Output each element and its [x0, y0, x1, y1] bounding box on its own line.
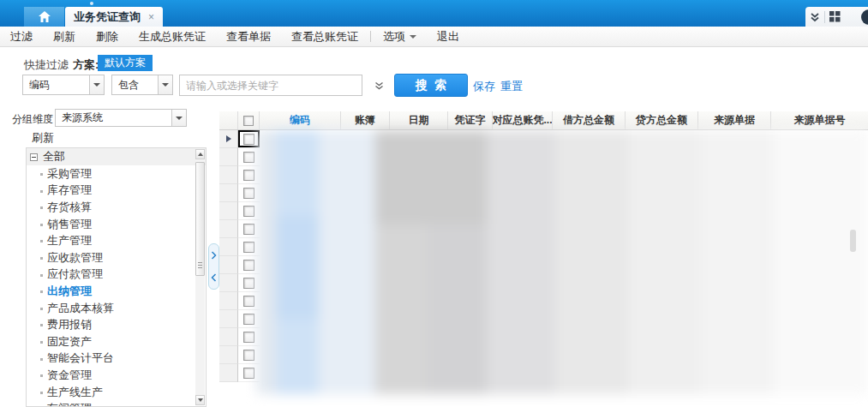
- toolbar-options-label: 选项: [383, 30, 405, 43]
- row-marker-cell[interactable]: [219, 346, 238, 364]
- reset-link[interactable]: 重置: [500, 79, 523, 94]
- select-all-checkbox[interactable]: [243, 116, 254, 126]
- tree-scrollbar[interactable]: [195, 149, 205, 405]
- toolbar-delete[interactable]: 删除: [86, 29, 129, 45]
- tree-item-smart-accounting[interactable]: 智能会计平台: [27, 350, 206, 368]
- row-marker-cell[interactable]: [219, 130, 238, 148]
- collapse-minus-icon[interactable]: [30, 153, 38, 161]
- collapse-double-chevron-icon[interactable]: [805, 7, 824, 27]
- toolbar-view-document[interactable]: 查看单据: [216, 29, 281, 45]
- home-icon: [39, 11, 51, 22]
- triangle-up-icon: [198, 153, 203, 156]
- chevron-down-icon: [176, 117, 183, 120]
- row-marker-cell[interactable]: [219, 238, 238, 256]
- row-marker-cell[interactable]: [219, 184, 238, 202]
- save-link[interactable]: 保存: [473, 79, 495, 94]
- col-header-source-doc-no[interactable]: 来源单据号: [771, 111, 868, 129]
- field-select-dropdown-button[interactable]: [89, 75, 104, 94]
- col-header-credit-total[interactable]: 贷方总金额: [626, 111, 698, 129]
- toolbar-refresh[interactable]: 刷新: [43, 29, 86, 45]
- row-marker-cell[interactable]: [219, 292, 238, 310]
- toolbar-options-menu[interactable]: 选项: [373, 29, 427, 45]
- tree-item-product-cost[interactable]: 产品成本核算: [27, 300, 206, 317]
- row-marker-cell[interactable]: [219, 310, 238, 328]
- col-header-code[interactable]: 编码: [260, 111, 341, 129]
- keyword-input[interactable]: [179, 75, 362, 96]
- col-header-ledger[interactable]: 账簿: [341, 111, 390, 129]
- tree-refresh-link[interactable]: 刷新: [32, 130, 54, 146]
- select-all-header[interactable]: [238, 111, 260, 129]
- tab-business-voucher-query[interactable]: 业务凭证查询 ×: [65, 7, 163, 27]
- toolbar-exit[interactable]: 退出: [427, 29, 470, 45]
- tree-item-expense[interactable]: 费用报销: [27, 316, 206, 333]
- tab-title: 业务凭证查询: [74, 9, 141, 25]
- tree-item-payables[interactable]: 应付款管理: [27, 266, 206, 284]
- col-header-debit-total[interactable]: 借方总金额: [553, 111, 626, 129]
- grid-body: [219, 130, 868, 382]
- chevron-left-icon[interactable]: [211, 273, 217, 282]
- operator-select-value: 包含: [112, 78, 158, 93]
- topbar-right-tools: [805, 7, 868, 27]
- panel-splitter[interactable]: [208, 243, 219, 290]
- group-dimension-value: 来源系统: [56, 111, 171, 125]
- chevron-down-icon: [93, 83, 100, 87]
- vertical-scrollbar-thumb[interactable]: [850, 230, 856, 252]
- user-circle-icon[interactable]: [861, 9, 868, 25]
- group-dimension-label: 分组维度: [12, 112, 53, 127]
- group-dimension-select[interactable]: 来源系统: [55, 109, 187, 127]
- toolbar-generate-gl-voucher[interactable]: 生成总账凭证: [129, 29, 216, 45]
- search-button[interactable]: 搜索: [394, 74, 468, 97]
- current-row-arrow-icon: [226, 135, 231, 142]
- tree-item-fixed-assets[interactable]: 固定资产: [27, 333, 206, 350]
- row-marker-cell[interactable]: [219, 364, 238, 382]
- operator-select[interactable]: 包含: [111, 75, 173, 95]
- scroll-up-button[interactable]: [195, 149, 205, 159]
- row-marker-cell[interactable]: [219, 328, 238, 346]
- tree-item-cashier[interactable]: 出纳管理: [27, 283, 206, 300]
- tree-item-production-line[interactable]: 生产线生产: [27, 384, 206, 401]
- home-tab[interactable]: [24, 7, 64, 27]
- quick-filter-label: 快捷过滤: [24, 57, 69, 73]
- action-toolbar: 过滤 刷新 删除 生成总账凭证 查看单据 查看总账凭证 选项 退出: [0, 27, 868, 47]
- row-marker-cell[interactable]: [219, 148, 238, 166]
- tab-close-icon[interactable]: ×: [148, 12, 154, 22]
- row-marker-cell[interactable]: [219, 256, 238, 274]
- expand-filter-double-chevron-icon[interactable]: [374, 79, 384, 94]
- tree-item-purchase[interactable]: 采购管理: [27, 165, 206, 183]
- tree-item-receivables[interactable]: 应收款管理: [27, 249, 206, 266]
- row-marker-cell[interactable]: [219, 220, 238, 238]
- tree-item-stock-accounting[interactable]: 存货核算: [27, 199, 206, 216]
- toolbar-filter[interactable]: 过滤: [0, 29, 43, 45]
- tree-root-label: 全部: [43, 149, 65, 165]
- apps-grid-icon[interactable]: [825, 7, 844, 27]
- row-marker-cell[interactable]: [219, 166, 238, 184]
- col-header-gl-voucher[interactable]: 对应总账凭...: [493, 111, 553, 129]
- operator-select-dropdown-button[interactable]: [158, 75, 172, 94]
- tree-item-sales[interactable]: 销售管理: [27, 216, 206, 233]
- scroll-down-button[interactable]: [195, 395, 205, 405]
- tree-scrollbar-thumb[interactable]: [195, 162, 205, 276]
- chevron-down-icon: [162, 83, 169, 87]
- triangle-down-icon: [198, 398, 203, 402]
- tree-item-inventory[interactable]: 库存管理: [27, 183, 206, 200]
- toolbar-view-gl-voucher[interactable]: 查看总账凭证: [281, 29, 368, 45]
- tree-item-production[interactable]: 生产管理: [27, 232, 206, 249]
- tree-root-all[interactable]: 全部: [27, 148, 206, 165]
- row-marker-cell[interactable]: [219, 274, 238, 292]
- grid-header-row: 编码 账簿 日期 凭证字 对应总账凭... 借方总金额 贷方总金额 来源单据 来…: [219, 111, 868, 130]
- tree-item-treasury[interactable]: 资金管理: [27, 367, 206, 384]
- toolbar-separator: [370, 31, 371, 42]
- chevron-right-icon[interactable]: [211, 251, 217, 260]
- field-select-value: 编码: [23, 78, 89, 93]
- col-header-source-doc[interactable]: 来源单据: [698, 111, 771, 129]
- voucher-grid: 编码 账簿 日期 凭证字 对应总账凭... 借方总金额 贷方总金额 来源单据 来…: [219, 111, 868, 407]
- redacted-table-content: [254, 130, 868, 394]
- default-scheme-chip[interactable]: 默认方案: [98, 55, 153, 71]
- field-select[interactable]: 编码: [22, 75, 105, 95]
- group-dimension-dropdown-button[interactable]: [171, 110, 186, 126]
- drag-dot: [90, 2, 93, 5]
- col-header-date[interactable]: 日期: [390, 111, 448, 129]
- tree-item-clipped[interactable]: 车间管理: [27, 400, 206, 407]
- col-header-voucher-word[interactable]: 凭证字: [448, 111, 493, 129]
- row-marker-cell[interactable]: [219, 202, 238, 220]
